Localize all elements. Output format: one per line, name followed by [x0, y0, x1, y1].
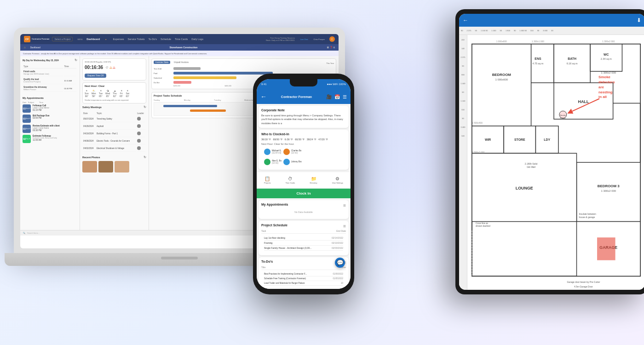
tablet-screen: ← ⬇ 902 375901 100 901 500901 800901 000… [459, 14, 644, 290]
phone-time: 9:41 [261, 83, 267, 86]
laptop-col-1: My Day for Wednesday, May 15, 2024 ↻ Typ… [20, 56, 80, 230]
task-time: 01:00 PM [64, 85, 76, 92]
tablet-topbar: ← ⬇ [459, 14, 644, 27]
nav-settings[interactable]: ⚙ User Settings [332, 176, 343, 184]
user-name: Johnny Bro [291, 161, 302, 163]
training-info: Free Group Training Sessions Basic: Dail… [266, 37, 294, 41]
weather-description: Similar temperatures continuing with no … [85, 99, 144, 101]
svg-text:Smoke: Smoke [560, 114, 566, 116]
appt-date: 01Wed S [23, 125, 31, 133]
bar-chart-item [173, 81, 191, 84]
tablet-content: 410 140 2 375 90 800 1 440 90 1 100 550 … [459, 35, 644, 290]
svg-text:HALL: HALL [578, 99, 589, 104]
safety-meetings-section: Safety Meetings ↻ Date Topic Leader [82, 105, 146, 153]
nav-timecards[interactable]: Time Cards [175, 38, 188, 40]
project-selector[interactable]: Select a Project [52, 37, 73, 41]
nav-expenses[interactable]: Expenses [113, 38, 124, 40]
svg-text:Detect.: Detect. [560, 117, 566, 119]
svg-text:Garage door beam by Pre Cutter: Garage door beam by Pre Cutter [567, 281, 600, 283]
schedule-row: Lay 1st floor decking 02/14/2022 [264, 236, 343, 241]
schedule-items: Lay 1st floor decking 02/14/2022 Framing… [261, 234, 346, 253]
todos-title: To-Do's [261, 260, 273, 263]
hours-display: 00:16:36 [85, 65, 103, 70]
brand-text: Contractor Foreman [270, 95, 323, 98]
user-avatar [264, 159, 270, 165]
gantt-bar [163, 105, 217, 107]
gantt-bar [190, 109, 226, 112]
my-day-table: Type Time Finish walls Garage (est 300 E… [23, 64, 77, 93]
back-button[interactable]: ← [260, 93, 267, 100]
video-icon[interactable]: 🎥 [326, 94, 332, 99]
schedule-menu-icon[interactable]: ≡ [343, 224, 346, 229]
svg-text:LOUNGE: LOUNGE [516, 186, 533, 190]
photo-grid [82, 161, 146, 172]
laptop-col-2: 19:02 (16:00 Regular, 3:02 OT) 00:16:36 … [80, 56, 149, 230]
photos-refresh-icon[interactable]: ↻ [144, 155, 146, 159]
nav-dailylogs[interactable]: Daily Logs [191, 38, 203, 40]
company-name: Stonehaven Construction [170, 46, 198, 49]
recent-photos-section: Recent Photos ↻ [82, 155, 146, 172]
photo-thumb [82, 161, 97, 172]
nav-projects[interactable]: 📋 Projects [264, 176, 270, 184]
task-name: Finish walls Garage (est 300 Estimate Li… [23, 69, 63, 76]
svg-text:needing: needing [598, 90, 612, 94]
todos-header: To-Do's ≡ [261, 260, 346, 265]
task-time: 10:15 AM [64, 77, 76, 84]
refresh-icon[interactable]: ↻ [75, 58, 77, 62]
svg-text:LDY: LDY [544, 138, 550, 142]
appt-details: Review Estimate with client Lead: Cody N… [33, 125, 60, 132]
tab-invoice-stats[interactable]: Invoices Stats [154, 61, 170, 64]
laptop-nav: Expenses Service Tickets To-Do's Schedul… [113, 38, 203, 40]
floorplan-svg: BEDROOM 2 1 300x2 000 BEDROOM 3 1 300x2 … [467, 35, 644, 290]
fab-button[interactable]: 💬 [335, 258, 345, 268]
safety-refresh-icon[interactable]: ↻ [144, 105, 146, 109]
bar-label: Paid [154, 72, 172, 75]
invoice-tabs: Invoices Stats Unpaid Invoices [154, 61, 190, 64]
svg-text:2.34 sq m: 2.34 sq m [601, 58, 612, 60]
nav-todos[interactable]: To-Do's [149, 38, 157, 40]
timecards-label: Time Cards [286, 182, 295, 184]
breadcrumb-dashboard[interactable]: Dashboard [30, 46, 40, 49]
nav-schedule[interactable]: Schedule [161, 38, 171, 40]
user-name: Michael E.(31:54 mi) [272, 150, 282, 154]
menu-icon[interactable]: ☰ [343, 94, 347, 99]
laptop-subbar: ⌂ Dashboard Stonehaven Construction 🖥 ❓ … [20, 44, 339, 51]
my-hours-section: 19:02 (16:00 Regular, 3:02 OT) 00:16:36 … [82, 58, 146, 80]
year-selector[interactable]: This Year [326, 62, 334, 64]
dashboard-label: Dashboard [86, 38, 100, 40]
svg-text:WIR: WIR [485, 138, 491, 142]
appt-headers: Date Subject Time [23, 101, 77, 104]
clocked-in-section: Who Is Clocked-In 36/18 °F 69/30 °F 6:36… [259, 130, 349, 170]
appt-details: Estimate Followup Customer Linda, Danny … [33, 135, 57, 141]
corporate-note-section: Corporate Note Be sure to spend time goi… [259, 106, 349, 128]
todos-headers: TitleDue [261, 265, 346, 270]
nav-directory[interactable]: 📁 Directory [310, 176, 317, 184]
table-row: Snowblow the driveway William Prosser 01… [23, 85, 76, 92]
svg-text:shown dashed: shown dashed [476, 225, 490, 227]
search-input[interactable]: Search Items... [27, 232, 40, 234]
timer-icons: ⏱ ⚠ ⚠ [106, 66, 115, 69]
nav-timecards[interactable]: ⏱ Time Cards [286, 176, 295, 184]
phone-notch [290, 79, 317, 86]
clock-users-2: Alex E. Bo(10 mi) Johnny Bro [261, 157, 346, 167]
nav-service[interactable]: Service Tickets [128, 38, 145, 40]
schedule-row: Single Family House - Architect Design (… [264, 246, 343, 251]
live-chat-link[interactable]: Live Chat [300, 38, 308, 40]
clock-in-button[interactable]: Clock In [257, 189, 351, 198]
appointment-item: 02Thu S Estimate Followup Customer Linda… [23, 135, 77, 143]
calendar-icon[interactable]: 📅 [334, 94, 340, 99]
tablet-download-icon[interactable]: ⬇ [637, 17, 641, 23]
user-avatar [264, 149, 270, 155]
projects-label: Projects [264, 182, 270, 184]
bar-chart-item [173, 76, 236, 79]
col-type: Type [23, 65, 63, 69]
phone-brand: Contractor Foreman [270, 95, 323, 98]
request-time-off-button[interactable]: Request Time Off [85, 74, 106, 78]
corporate-note-text: Be sure to spend time going through Menu… [261, 114, 346, 125]
tab-unpaid-invoices[interactable]: Unpaid Invoices [172, 61, 190, 64]
schedule-headers: TaskEnd Date [261, 229, 346, 234]
tablet-back-button[interactable]: ← [463, 17, 468, 23]
task-name: Snowblow the driveway William Prosser [23, 85, 63, 92]
svg-text:1 000x600: 1 000x600 [496, 40, 507, 43]
appt-menu-icon[interactable]: ≡ [343, 203, 346, 208]
